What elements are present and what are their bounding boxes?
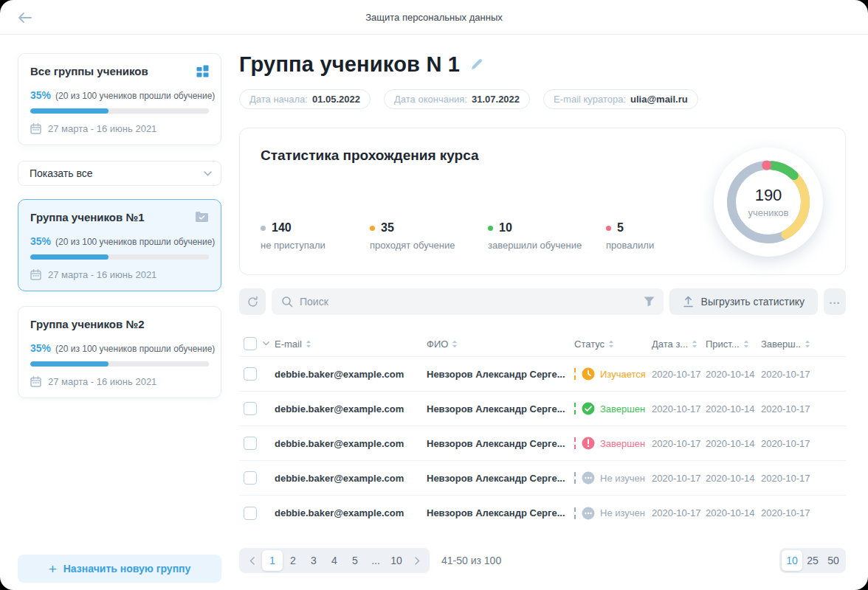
table-toolbar: Выгрузить статистику ... — [239, 288, 846, 315]
page-button-5[interactable]: 5 — [345, 550, 365, 571]
group-meta-chips: Дата начала: 01.05.2022 Дата окончания: … — [239, 89, 846, 109]
all-groups-card[interactable]: Все группы учеников 35% (20 из 100 учени… — [18, 53, 221, 145]
status-dash — [574, 437, 576, 449]
name-cell: Невзоров Александр Серге... — [427, 507, 574, 518]
donut-total-label: учеников — [748, 207, 789, 218]
legend-dot — [370, 226, 375, 231]
row-checkbox[interactable] — [244, 471, 257, 485]
page-button-1[interactable]: 1 — [262, 550, 283, 571]
page-title: Защита персональных данных — [365, 12, 503, 23]
all-groups-title: Все группы учеников — [30, 65, 148, 77]
group-card-2[interactable]: Группа учеников №2 35% (20 из 100 ученик… — [18, 306, 221, 398]
row-checkbox[interactable] — [244, 367, 257, 381]
email-cell: debbie.baker@example.com — [275, 403, 427, 414]
status-cell: Завершен — [574, 437, 652, 450]
search-box — [272, 288, 664, 315]
search-input[interactable] — [300, 296, 637, 308]
chip-start-date: Дата начала: 01.05.2022 — [239, 89, 371, 109]
email-cell: debbie.baker@example.com — [275, 507, 427, 518]
legend-dot — [488, 226, 493, 231]
row-checkbox[interactable] — [244, 402, 257, 415]
page-size-50[interactable]: 50 — [823, 550, 844, 571]
filter-select-value: Показать все — [30, 167, 92, 179]
page-button-4[interactable]: 4 — [324, 550, 345, 571]
sort-arrows-icon — [692, 340, 698, 348]
legend-value: 10 — [499, 221, 512, 235]
page-button-10[interactable]: 10 — [386, 550, 407, 571]
assign-group-label: Назначить новую группу — [63, 563, 191, 575]
export-stats-button[interactable]: Выгрузить статистику — [669, 288, 818, 315]
date-started-cell: 2020-10-14 — [706, 438, 761, 449]
calendar-icon — [30, 123, 41, 134]
assign-group-button[interactable]: + Назначить новую группу — [18, 555, 221, 583]
filter-funnel-icon[interactable] — [644, 296, 655, 307]
chip-value: 01.05.2022 — [312, 94, 360, 105]
column-header-fio[interactable]: ФИО — [427, 339, 574, 350]
more-actions-button[interactable]: ... — [824, 288, 846, 315]
column-header-status[interactable]: Статус — [574, 339, 652, 350]
edit-pencil-icon[interactable] — [470, 58, 483, 71]
page-size-25[interactable]: 25 — [802, 550, 823, 571]
status-dash — [574, 403, 576, 414]
table-row: debbie.baker@example.com Невзоров Алекса… — [239, 392, 846, 426]
column-header-email[interactable]: E-mail — [275, 339, 427, 350]
date-finished-cell: 2020-10-17 — [761, 403, 846, 414]
column-header-date1[interactable]: Дата з... — [652, 339, 706, 350]
chip-end-date: Дата окончания: 31.07.2022 — [384, 89, 530, 109]
sidebar: Все группы учеников 35% (20 из 100 учени… — [0, 35, 221, 590]
column-header-date3[interactable]: Заверш.. — [761, 339, 846, 350]
row-checkbox[interactable] — [244, 507, 257, 520]
page-size-10[interactable]: 10 — [782, 550, 802, 571]
email-cell: debbie.baker@example.com — [275, 473, 427, 484]
refresh-button[interactable] — [239, 288, 266, 315]
sort-arrows-icon — [805, 340, 810, 348]
chevron-left-icon — [249, 557, 255, 565]
ellipsis-circle-icon — [582, 471, 595, 485]
group-title: Группа учеников №1 — [30, 211, 144, 223]
table-header: E-mail ФИО Статус Дата з... Прист... Зав… — [239, 331, 846, 357]
topbar: Защита персональных данных — [0, 0, 868, 35]
progress-bar — [30, 108, 209, 114]
date-started-cell: 2020-10-14 — [706, 403, 761, 414]
progress-bar-fill — [30, 254, 108, 260]
legend-value: 140 — [272, 221, 292, 235]
group-card-1[interactable]: Группа учеников №1 35% (20 из 100 ученик… — [18, 199, 221, 291]
progress-percent: 35% — [30, 235, 51, 247]
groups-grid-icon — [196, 65, 209, 77]
prev-page-button[interactable] — [241, 550, 262, 571]
main-content: Группа учеников N 1 Дата начала: 01.05.2… — [221, 35, 868, 590]
back-button[interactable] — [15, 7, 35, 28]
ellipsis-icon: ... — [829, 294, 841, 306]
refresh-icon — [247, 296, 259, 308]
row-checkbox[interactable] — [244, 437, 257, 450]
page-button-2[interactable]: 2 — [283, 550, 303, 571]
page-ellipsis: ... — [365, 550, 386, 571]
progress-bar-fill — [30, 361, 108, 367]
page-button-3[interactable]: 3 — [303, 550, 324, 571]
progress-caption: (20 из 100 учеников прошли обучение) — [55, 237, 215, 247]
select-all-checkbox[interactable] — [244, 337, 257, 350]
page-size-selector: 10 25 50 — [779, 548, 846, 573]
next-page-button[interactable] — [407, 550, 427, 571]
filter-select[interactable]: Показать все — [18, 161, 221, 186]
select-all-caret[interactable] — [257, 341, 275, 346]
calendar-icon — [30, 269, 41, 280]
date-finished-cell: 2020-10-17 — [761, 369, 846, 380]
calendar-icon — [30, 376, 41, 387]
check-circle-icon — [582, 402, 595, 415]
period-label: 27 марта - 16 июнь 2021 — [48, 376, 156, 387]
progress-bar — [30, 254, 209, 260]
chip-value: ulia@mail.ru — [630, 94, 688, 105]
status-dash — [574, 472, 576, 484]
date-finished-cell: 2020-10-17 — [761, 507, 846, 518]
status-cell: Завершен — [574, 402, 652, 415]
date-finished-cell: 2020-10-17 — [761, 473, 846, 484]
legend-label: не приступали — [261, 240, 370, 251]
chevron-right-icon — [415, 557, 420, 565]
column-header-date2[interactable]: Прист... — [706, 339, 761, 350]
date-assigned-cell: 2020-10-17 — [652, 438, 706, 449]
progress-bar-fill — [30, 108, 108, 114]
legend-dot — [606, 226, 611, 231]
chevron-down-icon — [263, 341, 269, 346]
name-cell: Невзоров Александр Серге... — [427, 403, 574, 414]
